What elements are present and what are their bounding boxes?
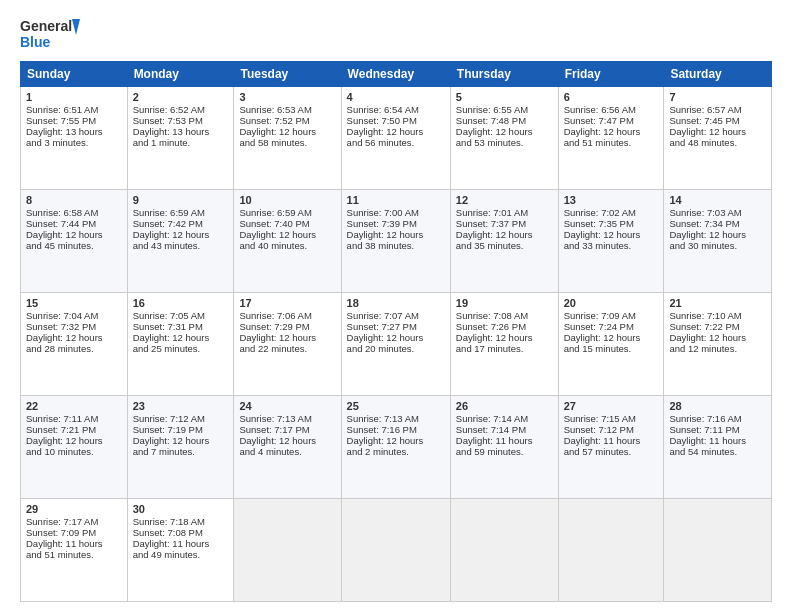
day-number: 26 (456, 400, 553, 412)
day-number: 4 (347, 91, 445, 103)
day-cell: 22Sunrise: 7:11 AMSunset: 7:21 PMDayligh… (21, 396, 128, 499)
calendar-table: SundayMondayTuesdayWednesdayThursdayFrid… (20, 61, 772, 602)
day-cell: 11Sunrise: 7:00 AMSunset: 7:39 PMDayligh… (341, 190, 450, 293)
day-number: 11 (347, 194, 445, 206)
day-number: 3 (239, 91, 335, 103)
day-cell: 12Sunrise: 7:01 AMSunset: 7:37 PMDayligh… (450, 190, 558, 293)
svg-text:General: General (20, 18, 72, 34)
day-cell: 14Sunrise: 7:03 AMSunset: 7:34 PMDayligh… (664, 190, 772, 293)
day-number: 20 (564, 297, 659, 309)
day-cell: 7Sunrise: 6:57 AMSunset: 7:45 PMDaylight… (664, 87, 772, 190)
day-cell: 15Sunrise: 7:04 AMSunset: 7:32 PMDayligh… (21, 293, 128, 396)
header: General Blue (20, 15, 772, 53)
week-row-2: 8Sunrise: 6:58 AMSunset: 7:44 PMDaylight… (21, 190, 772, 293)
day-cell: 5Sunrise: 6:55 AMSunset: 7:48 PMDaylight… (450, 87, 558, 190)
day-number: 2 (133, 91, 229, 103)
day-cell: 27Sunrise: 7:15 AMSunset: 7:12 PMDayligh… (558, 396, 664, 499)
day-number: 5 (456, 91, 553, 103)
col-header-friday: Friday (558, 62, 664, 87)
day-number: 1 (26, 91, 122, 103)
day-cell: 9Sunrise: 6:59 AMSunset: 7:42 PMDaylight… (127, 190, 234, 293)
col-header-wednesday: Wednesday (341, 62, 450, 87)
day-cell: 13Sunrise: 7:02 AMSunset: 7:35 PMDayligh… (558, 190, 664, 293)
header-row: SundayMondayTuesdayWednesdayThursdayFrid… (21, 62, 772, 87)
day-number: 13 (564, 194, 659, 206)
col-header-saturday: Saturday (664, 62, 772, 87)
week-row-3: 15Sunrise: 7:04 AMSunset: 7:32 PMDayligh… (21, 293, 772, 396)
day-cell: 1Sunrise: 6:51 AMSunset: 7:55 PMDaylight… (21, 87, 128, 190)
day-number: 23 (133, 400, 229, 412)
day-cell: 20Sunrise: 7:09 AMSunset: 7:24 PMDayligh… (558, 293, 664, 396)
day-number: 17 (239, 297, 335, 309)
day-cell: 2Sunrise: 6:52 AMSunset: 7:53 PMDaylight… (127, 87, 234, 190)
day-number: 8 (26, 194, 122, 206)
day-cell: 28Sunrise: 7:16 AMSunset: 7:11 PMDayligh… (664, 396, 772, 499)
day-cell: 8Sunrise: 6:58 AMSunset: 7:44 PMDaylight… (21, 190, 128, 293)
col-header-sunday: Sunday (21, 62, 128, 87)
day-number: 30 (133, 503, 229, 515)
day-number: 27 (564, 400, 659, 412)
day-number: 14 (669, 194, 766, 206)
day-cell: 4Sunrise: 6:54 AMSunset: 7:50 PMDaylight… (341, 87, 450, 190)
day-cell: 26Sunrise: 7:14 AMSunset: 7:14 PMDayligh… (450, 396, 558, 499)
day-number: 7 (669, 91, 766, 103)
day-cell (664, 499, 772, 602)
day-cell: 29Sunrise: 7:17 AMSunset: 7:09 PMDayligh… (21, 499, 128, 602)
svg-text:Blue: Blue (20, 34, 51, 50)
logo-svg: General Blue (20, 15, 80, 53)
day-cell: 10Sunrise: 6:59 AMSunset: 7:40 PMDayligh… (234, 190, 341, 293)
day-cell: 25Sunrise: 7:13 AMSunset: 7:16 PMDayligh… (341, 396, 450, 499)
day-number: 9 (133, 194, 229, 206)
day-number: 25 (347, 400, 445, 412)
week-row-1: 1Sunrise: 6:51 AMSunset: 7:55 PMDaylight… (21, 87, 772, 190)
day-cell: 19Sunrise: 7:08 AMSunset: 7:26 PMDayligh… (450, 293, 558, 396)
day-cell: 16Sunrise: 7:05 AMSunset: 7:31 PMDayligh… (127, 293, 234, 396)
col-header-thursday: Thursday (450, 62, 558, 87)
day-number: 29 (26, 503, 122, 515)
day-cell: 18Sunrise: 7:07 AMSunset: 7:27 PMDayligh… (341, 293, 450, 396)
day-number: 6 (564, 91, 659, 103)
logo: General Blue (20, 15, 80, 53)
day-number: 21 (669, 297, 766, 309)
day-cell: 3Sunrise: 6:53 AMSunset: 7:52 PMDaylight… (234, 87, 341, 190)
day-number: 10 (239, 194, 335, 206)
day-cell: 30Sunrise: 7:18 AMSunset: 7:08 PMDayligh… (127, 499, 234, 602)
day-cell: 21Sunrise: 7:10 AMSunset: 7:22 PMDayligh… (664, 293, 772, 396)
day-number: 18 (347, 297, 445, 309)
col-header-monday: Monday (127, 62, 234, 87)
day-cell: 17Sunrise: 7:06 AMSunset: 7:29 PMDayligh… (234, 293, 341, 396)
day-cell (341, 499, 450, 602)
day-number: 24 (239, 400, 335, 412)
day-cell: 23Sunrise: 7:12 AMSunset: 7:19 PMDayligh… (127, 396, 234, 499)
col-header-tuesday: Tuesday (234, 62, 341, 87)
day-cell (234, 499, 341, 602)
week-row-4: 22Sunrise: 7:11 AMSunset: 7:21 PMDayligh… (21, 396, 772, 499)
day-number: 28 (669, 400, 766, 412)
week-row-5: 29Sunrise: 7:17 AMSunset: 7:09 PMDayligh… (21, 499, 772, 602)
day-number: 16 (133, 297, 229, 309)
day-number: 15 (26, 297, 122, 309)
day-cell: 24Sunrise: 7:13 AMSunset: 7:17 PMDayligh… (234, 396, 341, 499)
day-cell (450, 499, 558, 602)
day-number: 12 (456, 194, 553, 206)
day-cell (558, 499, 664, 602)
calendar-page: General Blue SundayMondayTuesdayWednesda… (0, 0, 792, 612)
day-cell: 6Sunrise: 6:56 AMSunset: 7:47 PMDaylight… (558, 87, 664, 190)
svg-marker-2 (72, 19, 80, 35)
day-number: 19 (456, 297, 553, 309)
day-number: 22 (26, 400, 122, 412)
